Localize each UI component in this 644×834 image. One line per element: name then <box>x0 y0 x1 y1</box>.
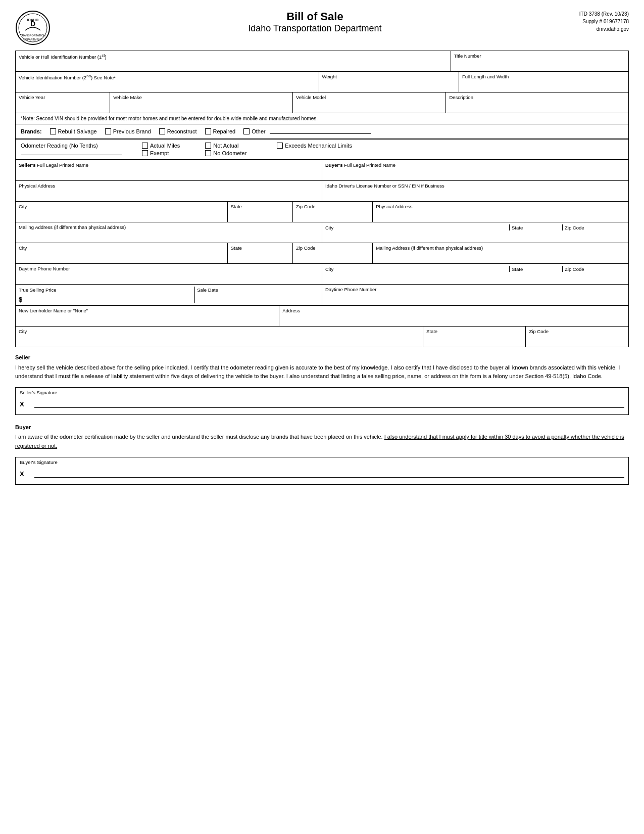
brand-rebuilt-salvage[interactable]: Rebuilt Salvage <box>50 128 97 134</box>
svg-text:DEPARTMENT: DEPARTMENT <box>23 38 42 41</box>
seller-state2-label: State <box>231 245 289 251</box>
names-row: Seller's Full Legal Printed Name Buyer's… <box>16 160 628 181</box>
selling-price-label: True Selling Price <box>19 287 57 293</box>
brand-previous-brand-checkbox[interactable] <box>105 128 111 134</box>
buyer-sig-section: Buyer's Signature X <box>15 457 629 485</box>
seller-phone-label: Daytime Phone Number <box>19 266 319 271</box>
title-main: Bill of Sale <box>51 10 579 23</box>
seller-zip-cell: Zip Code <box>293 202 373 222</box>
brand-rebuilt-salvage-checkbox[interactable] <box>50 128 56 134</box>
lienholder-address-cell: Address <box>279 306 628 326</box>
itd-logo: IDAHO D TRANSPORTATION DEPARTMENT <box>15 10 51 45</box>
seller-city-cell: City <box>16 202 228 222</box>
seller-buyer-section: Seller's Full Legal Printed Name Buyer's… <box>15 160 629 306</box>
buyer-city2-label: City <box>325 266 333 272</box>
city-state-row: City State Zip Code Physical Address <box>16 202 628 222</box>
odometer-exceeds-checkbox[interactable] <box>277 143 283 149</box>
price-phone-row: True Selling Price $ Sale Date Daytime P… <box>16 285 628 305</box>
seller-city2-label: City <box>19 245 224 251</box>
seller-mailing-cell: Mailing Address (if different than physi… <box>16 222 322 243</box>
seller-state-cell: State <box>228 202 293 222</box>
odometer-exempt[interactable]: Exempt <box>142 150 180 156</box>
address-license-row: Physical Address Idaho Driver's License … <box>16 181 628 202</box>
buyer-sig-label: Buyer's Signature <box>20 459 624 465</box>
seller-state-label: State <box>231 204 289 209</box>
lienholder-city-cell: City <box>16 327 423 347</box>
brand-previous-brand[interactable]: Previous Brand <box>105 128 151 134</box>
odometer-actual-miles-checkbox[interactable] <box>142 143 148 149</box>
buyer-state2-label: State <box>512 266 523 272</box>
buyer-statement: Buyer I am aware of the odometer certifi… <box>15 423 629 451</box>
buyer-city2-row-cell: City State Zip Code <box>322 264 628 284</box>
form-number: ITD 3738 (Rev. 10/23) <box>579 10 629 18</box>
price-date-cell: True Selling Price $ Sale Date <box>16 285 322 305</box>
odometer-no-odometer-checkbox[interactable] <box>205 150 211 156</box>
seller-text: I hereby sell the vehicle described abov… <box>15 363 629 381</box>
lienholder-zip-cell: Zip Code <box>526 327 628 347</box>
buyer-physical-cell: Physical Address <box>373 202 628 222</box>
lienholder-address-label: Address <box>282 308 625 313</box>
seller-bold: Seller's <box>19 162 35 168</box>
brand-other[interactable]: Other <box>243 128 371 134</box>
buyer-sig-line[interactable] <box>34 477 624 478</box>
vin1-label: Vehicle or Hull Identification Number (1… <box>19 53 448 60</box>
buyer-heading: Buyer <box>15 423 629 432</box>
odometer-no-odometer-label: No Odometer <box>213 150 246 156</box>
description-label: Description <box>449 95 625 100</box>
lienholder-row: New Lienholder Name or "None" Address <box>16 306 628 327</box>
odometer-no-odometer[interactable]: No Odometer <box>205 150 246 156</box>
odometer-exempt-checkbox[interactable] <box>142 150 148 156</box>
brand-repaired-checkbox[interactable] <box>205 128 211 134</box>
seller-city-label: City <box>19 204 224 209</box>
buyer-city-row-cell: City State Zip Code <box>322 222 628 243</box>
lienholder-zip-label: Zip Code <box>529 329 625 334</box>
main-form: Vehicle or Hull Identification Number (1… <box>15 51 629 160</box>
svg-text:D: D <box>30 20 35 28</box>
vehicle-make-cell: Vehicle Make <box>110 92 293 113</box>
vin1-row: Vehicle or Hull Identification Number (1… <box>16 51 628 72</box>
seller-sig-x: X <box>20 400 24 408</box>
buyer-zip-label: Zip Code <box>565 225 584 230</box>
seller-address-label: Physical Address <box>19 183 319 189</box>
odometer-label: Odometer Reading (No Tenths) <box>21 143 122 149</box>
buyer-physical-label: Physical Address <box>376 204 625 209</box>
odometer-actual-miles[interactable]: Actual Miles <box>142 143 180 149</box>
seller-zip2-cell: Zip Code <box>293 243 373 263</box>
brand-repaired-label: Repaired <box>213 128 236 134</box>
vin2-label: Vehicle Identification Number (2nd) See … <box>19 74 316 80</box>
note-text: *Note: Second VIN should be provided for… <box>21 116 318 121</box>
seller-heading: Seller <box>15 353 629 362</box>
odometer-not-actual[interactable]: Not Actual <box>205 143 246 149</box>
brand-repaired[interactable]: Repaired <box>205 128 236 134</box>
brand-other-label: Other <box>252 128 266 134</box>
buyer-phone-cell: Daytime Phone Number <box>322 285 628 305</box>
dollar-sign: $ <box>19 296 22 303</box>
vehicle-year-label: Vehicle Year <box>19 95 107 100</box>
brand-other-checkbox[interactable] <box>243 128 250 134</box>
vehicle-make-label: Vehicle Make <box>113 95 289 100</box>
buyer-state-label: State <box>512 225 523 230</box>
buyer-license-label: Idaho Driver's License Number or SSN / E… <box>325 183 625 189</box>
vin2-cell: Vehicle Identification Number (2nd) See … <box>16 72 319 92</box>
brand-previous-brand-label: Previous Brand <box>113 128 151 134</box>
title-number-label: Title Number <box>454 53 625 59</box>
odometer-not-actual-checkbox[interactable] <box>205 143 211 149</box>
form-title: Bill of Sale Idaho Transportation Depart… <box>51 10 579 34</box>
lienholder-name-cell: New Lienholder Name or "None" <box>16 306 279 326</box>
mailing-row: Mailing Address (if different than physi… <box>16 222 628 243</box>
full-length-label: Full Length and Width <box>462 74 625 79</box>
brands-label: Brands: <box>21 128 42 134</box>
seller-sig-line[interactable] <box>34 407 624 408</box>
buyer-city-label: City <box>325 225 333 230</box>
seller-state2-cell: State <box>228 243 293 263</box>
buyer-bold: Buyer's <box>325 162 342 168</box>
brand-reconstruct-checkbox[interactable] <box>159 128 165 134</box>
buyer-zip2-label: Zip Code <box>565 266 584 272</box>
brand-reconstruct[interactable]: Reconstruct <box>159 128 197 134</box>
odometer-reading-line[interactable] <box>21 155 122 155</box>
seller-phone-cell: Daytime Phone Number <box>16 264 322 284</box>
odometer-exceeds[interactable]: Exceeds Mechanical Limits <box>277 143 352 149</box>
vehicle-year-cell: Vehicle Year <box>16 92 110 113</box>
odometer-actual-miles-label: Actual Miles <box>150 143 180 149</box>
brand-rebuilt-salvage-label: Rebuilt Salvage <box>58 128 97 134</box>
